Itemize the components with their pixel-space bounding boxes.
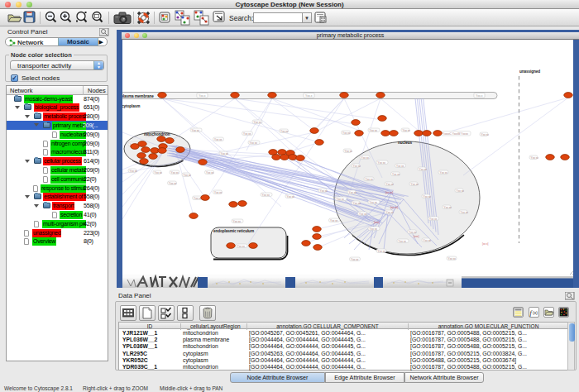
svg-text:Yxx xx: Yxx xx [262, 194, 270, 197]
svg-text:Yxx xx: Yxx xx [361, 156, 370, 160]
svg-text:Yxx xx: Yxx xx [254, 121, 262, 124]
svg-text:Yxx xx: Yxx xx [171, 171, 179, 174]
svg-text:Yxx xx: Yxx xx [184, 174, 192, 177]
svg-text:mitochondrion: mitochondrion [144, 132, 170, 136]
svg-text:unassigned: unassigned [519, 69, 540, 74]
svg-text:Yxx xx: Yxx xx [359, 213, 367, 216]
svg-text:Yxx xx: Yxx xx [481, 133, 490, 136]
svg-text:YxxxxC YxxxW Yxxxx: YxxxxC YxxxW Yxxxx [443, 132, 468, 136]
svg-text:Yxx xx: Yxx xx [366, 178, 374, 181]
svg-text:cytoplasm: cytoplasm [122, 104, 140, 108]
svg-text:Yxx xx: Yxx xx [370, 129, 378, 132]
svg-text:endoplasmic reticulum: endoplasmic reticulum [213, 229, 254, 233]
svg-text:Yxx.x: Yxx.x [476, 94, 483, 98]
svg-text:Yxx xx: Yxx xx [386, 183, 395, 186]
svg-text:Yxx xx: Yxx xx [353, 202, 361, 205]
svg-text:Yxx xx: Yxx xx [206, 171, 214, 174]
svg-text:Yxx xx: Yxx xx [330, 219, 338, 222]
svg-text:Yxx xx: Yxx xx [419, 168, 428, 171]
svg-text:Yxx xx: Yxx xx [250, 141, 258, 145]
svg-text:Yxx.x: Yxx.x [305, 94, 313, 98]
svg-text:Yxx xx: Yxx xx [409, 231, 417, 234]
svg-text:Yxx xx: Yxx xx [461, 211, 469, 214]
svg-text:[xx xx]: [xx xx] [390, 206, 398, 209]
svg-text:Yxx xx: Yxx xx [221, 152, 229, 155]
svg-text:Yxx xx: Yxx xx [351, 258, 359, 261]
svg-text:Yxx xx: Yxx xx [448, 257, 457, 261]
svg-text:Yxx xx: Yxx xx [531, 156, 539, 160]
svg-text:Yxx xx: Yxx xx [214, 138, 223, 141]
svg-text:[xxx]: [xxx] [414, 235, 419, 238]
svg-text:Yxx xx: Yxx xx [457, 189, 465, 193]
svg-text:Yxx xx: Yxx xx [423, 239, 432, 242]
svg-text:Yxx xx: Yxx xx [429, 218, 438, 221]
svg-text:Yxx xx: Yxx xx [423, 195, 432, 198]
svg-text:plasma membrane: plasma membrane [122, 94, 154, 98]
svg-text:Yxx xx: Yxx xx [130, 170, 138, 173]
svg-text:Yxx xx: Yxx xx [370, 227, 378, 231]
svg-text:(x): (x) [533, 310, 538, 315]
svg-text:Yxx xx: Yxx xx [169, 182, 177, 185]
svg-text:Yxx xx: Yxx xx [237, 245, 246, 248]
svg-text:Yxx xx: Yxx xx [444, 206, 452, 209]
svg-text:Yxx xx: Yxx xx [337, 198, 345, 201]
svg-text:Yxx xx: Yxx xx [411, 183, 419, 186]
svg-text:Yxx xx: Yxx xx [233, 220, 242, 223]
svg-text:Yxx xx: Yxx xx [194, 197, 202, 200]
svg-text:Yxx xx: Yxx xx [440, 171, 448, 174]
svg-text:Yxx xx: Yxx xx [280, 130, 289, 133]
svg-text:Yxx xx: Yxx xx [320, 189, 328, 193]
svg-text:Yxx xx: Yxx xx [378, 161, 386, 165]
svg-text:Yxx xx: Yxx xx [378, 250, 386, 253]
svg-text:Yxx.x: Yxx.x [199, 94, 206, 98]
svg-text:[xx x]: [xx x] [482, 242, 489, 246]
svg-text:Yxx xx: Yxx xx [192, 129, 200, 132]
svg-text:[xxx]: [xxx] [374, 221, 380, 224]
svg-text:Yxx xx: Yxx xx [349, 191, 357, 194]
svg-text:Yxx xx: Yxx xx [392, 173, 400, 176]
svg-text:Yxx xx: Yxx xx [287, 195, 295, 198]
svg-text:Yxx xx: Yxx xx [243, 132, 251, 136]
svg-text:Yxx xx: Yxx xx [396, 165, 404, 168]
svg-text:Yxx xx: Yxx xx [353, 165, 361, 168]
svg-text:Yxx xx: Yxx xx [386, 211, 395, 214]
svg-text:Yxx xx: Yxx xx [214, 191, 223, 194]
svg-text:nucleus: nucleus [398, 141, 413, 145]
svg-text:Yxx xx: Yxx xx [403, 129, 411, 132]
svg-text:Yxx xx: Yxx xx [342, 131, 351, 135]
svg-text:Yxx xx: Yxx xx [345, 150, 353, 153]
svg-text:Yxx xx: Yxx xx [399, 240, 407, 243]
svg-text:Yxx xx: Yxx xx [155, 171, 163, 174]
svg-text:[xx xx]: [xx xx] [385, 191, 393, 194]
svg-text:Yxx xx: Yxx xx [370, 201, 378, 204]
